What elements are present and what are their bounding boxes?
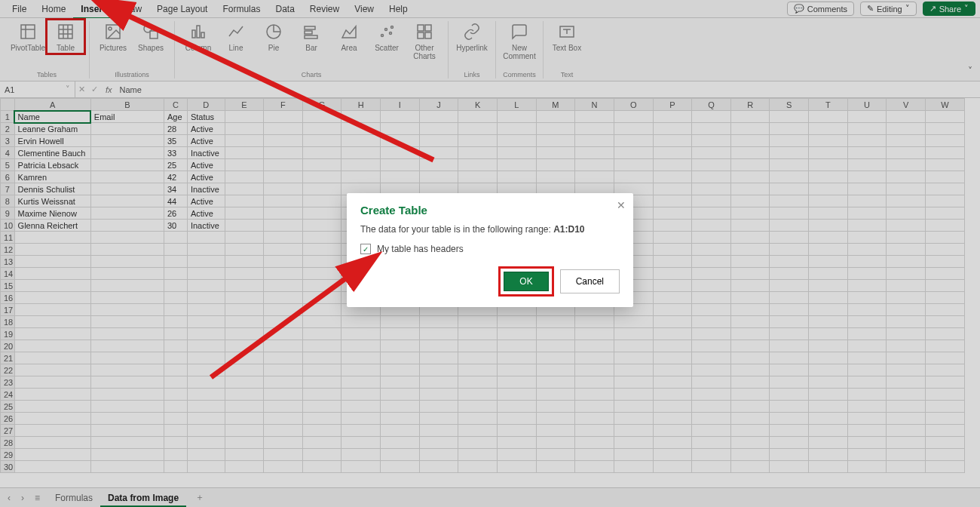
- cell-P1[interactable]: [653, 111, 692, 123]
- cell-W24[interactable]: [926, 389, 965, 401]
- cell-A11[interactable]: [14, 232, 90, 244]
- cell-Q14[interactable]: [692, 268, 731, 280]
- cell-A14[interactable]: [14, 268, 90, 280]
- cell-S26[interactable]: [770, 413, 809, 425]
- cell-U7[interactable]: [847, 183, 887, 195]
- cell-D7[interactable]: Inactive: [187, 183, 225, 195]
- cell-P21[interactable]: [653, 352, 692, 364]
- cell-G26[interactable]: [302, 413, 341, 425]
- cell-Q25[interactable]: [692, 401, 731, 413]
- cell-A4[interactable]: Clementine Bauch: [14, 147, 90, 159]
- col-header-P[interactable]: P: [653, 99, 692, 111]
- row-header-21[interactable]: 21: [1, 352, 15, 364]
- cell-S1[interactable]: [770, 111, 809, 123]
- cell-H25[interactable]: [341, 401, 381, 413]
- sheet-tab-data-from-image[interactable]: Data from Image: [100, 490, 186, 507]
- cell-T1[interactable]: [809, 111, 848, 123]
- cell-P2[interactable]: [653, 123, 692, 135]
- cell-M1[interactable]: [536, 111, 575, 123]
- cell-L26[interactable]: [497, 413, 536, 425]
- cell-E14[interactable]: [225, 268, 264, 280]
- cell-U13[interactable]: [847, 256, 887, 268]
- cell-F27[interactable]: [264, 425, 303, 437]
- cell-A20[interactable]: [14, 340, 90, 352]
- cell-R12[interactable]: [730, 244, 770, 256]
- cell-I1[interactable]: [381, 111, 420, 123]
- cell-W8[interactable]: [926, 195, 965, 207]
- cell-M30[interactable]: [536, 461, 575, 473]
- cell-M26[interactable]: [536, 413, 575, 425]
- cell-D25[interactable]: [187, 401, 225, 413]
- cell-V16[interactable]: [887, 292, 926, 304]
- cell-R3[interactable]: [730, 135, 770, 147]
- cell-U23[interactable]: [847, 376, 887, 389]
- col-header-F[interactable]: F: [264, 99, 303, 111]
- line-button[interactable]: Line: [219, 21, 253, 60]
- cell-G4[interactable]: [302, 147, 341, 159]
- cell-D15[interactable]: [187, 280, 225, 292]
- cell-J25[interactable]: [419, 401, 458, 413]
- cell-P16[interactable]: [653, 292, 692, 304]
- cell-K21[interactable]: [458, 352, 498, 364]
- cell-L6[interactable]: [497, 171, 536, 183]
- cell-F10[interactable]: [264, 220, 303, 232]
- row-header-16[interactable]: 16: [1, 292, 15, 304]
- cell-N23[interactable]: [575, 376, 614, 389]
- cell-S6[interactable]: [770, 171, 809, 183]
- cell-N19[interactable]: [575, 328, 614, 340]
- sheet-nav-prev[interactable]: ‹: [5, 493, 14, 503]
- cell-E4[interactable]: [225, 147, 264, 159]
- cell-D13[interactable]: [187, 256, 225, 268]
- cell-F16[interactable]: [264, 292, 303, 304]
- cell-Q18[interactable]: [692, 316, 731, 328]
- cell-B22[interactable]: [90, 364, 164, 376]
- cell-Q4[interactable]: [692, 147, 731, 159]
- cell-I20[interactable]: [381, 340, 420, 352]
- cell-D22[interactable]: [187, 364, 225, 376]
- cell-P3[interactable]: [653, 135, 692, 147]
- select-all[interactable]: [1, 99, 15, 111]
- row-header-22[interactable]: 22: [1, 364, 15, 376]
- cell-W28[interactable]: [926, 437, 965, 449]
- cell-C17[interactable]: [164, 304, 187, 316]
- cell-N25[interactable]: [575, 401, 614, 413]
- col-header-L[interactable]: L: [497, 99, 536, 111]
- cell-T26[interactable]: [809, 413, 848, 425]
- cell-Q11[interactable]: [692, 232, 731, 244]
- cell-C16[interactable]: [164, 292, 187, 304]
- cell-T7[interactable]: [809, 183, 848, 195]
- cell-W29[interactable]: [926, 449, 965, 461]
- cell-R16[interactable]: [730, 292, 770, 304]
- cell-U8[interactable]: [847, 195, 887, 207]
- cell-M18[interactable]: [536, 316, 575, 328]
- cell-F24[interactable]: [264, 389, 303, 401]
- cell-E6[interactable]: [225, 171, 264, 183]
- cell-J29[interactable]: [419, 449, 458, 461]
- cell-T23[interactable]: [809, 376, 848, 389]
- cell-D3[interactable]: Active: [187, 135, 225, 147]
- cell-Q29[interactable]: [692, 449, 731, 461]
- cell-T4[interactable]: [809, 147, 848, 159]
- cell-A19[interactable]: [14, 328, 90, 340]
- cell-J26[interactable]: [419, 413, 458, 425]
- cell-R2[interactable]: [730, 123, 770, 135]
- cell-E5[interactable]: [225, 159, 264, 171]
- cell-R1[interactable]: [730, 111, 770, 123]
- cell-W15[interactable]: [926, 280, 965, 292]
- row-header-11[interactable]: 11: [1, 232, 15, 244]
- cell-J5[interactable]: [419, 159, 458, 171]
- cell-Q5[interactable]: [692, 159, 731, 171]
- cell-E3[interactable]: [225, 135, 264, 147]
- cell-D28[interactable]: [187, 437, 225, 449]
- cell-V28[interactable]: [887, 437, 926, 449]
- cell-E12[interactable]: [225, 244, 264, 256]
- cell-C18[interactable]: [164, 316, 187, 328]
- cell-T14[interactable]: [809, 268, 848, 280]
- cell-C23[interactable]: [164, 376, 187, 389]
- cell-M5[interactable]: [536, 159, 575, 171]
- cell-F20[interactable]: [264, 340, 303, 352]
- cell-E29[interactable]: [225, 449, 264, 461]
- cell-N26[interactable]: [575, 413, 614, 425]
- cell-J23[interactable]: [419, 376, 458, 389]
- cell-H19[interactable]: [341, 328, 381, 340]
